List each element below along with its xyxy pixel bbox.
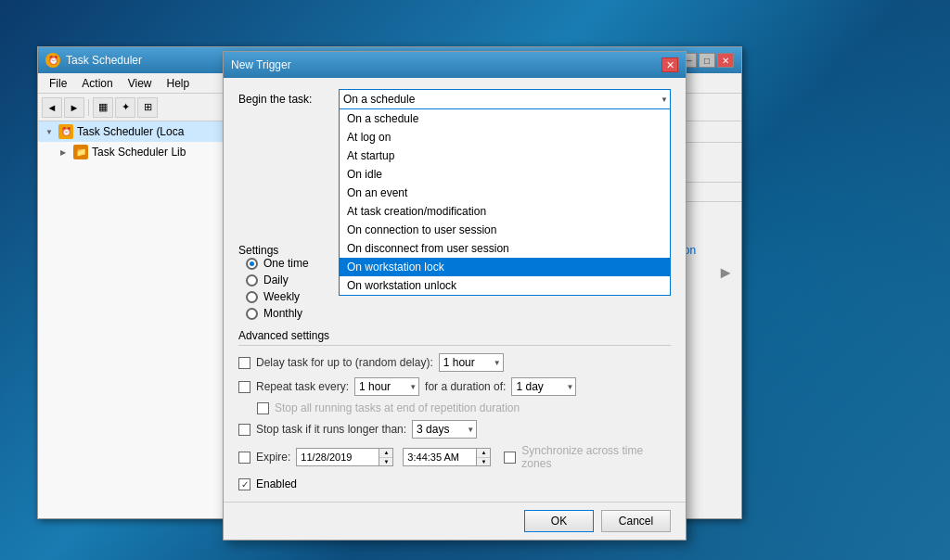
duration-label: for a duration of: bbox=[425, 380, 506, 393]
combo-arrow-icon: ▼ bbox=[661, 95, 668, 104]
dialog-close-button[interactable]: ✕ bbox=[661, 57, 678, 72]
delay-task-label: Delay task for up to (random delay): bbox=[256, 356, 433, 369]
sync-zones-expire-checkbox[interactable] bbox=[504, 452, 516, 464]
begin-task-select[interactable]: On a schedule ▼ bbox=[339, 89, 671, 109]
radio-monthly-input[interactable] bbox=[246, 308, 258, 320]
expire-time-input[interactable]: 3:44:35 AM bbox=[403, 448, 477, 466]
radio-weekly[interactable]: Weekly bbox=[246, 290, 309, 303]
delay-task-row: Delay task for up to (random delay): 1 h… bbox=[238, 353, 671, 372]
dropdown-item-unlock[interactable]: On workstation unlock bbox=[340, 276, 670, 295]
repeat-task-row: Repeat task every: 1 hour ▼ for a durati… bbox=[238, 377, 671, 396]
expire-date-input-group: 11/28/2019 ▲ ▼ bbox=[296, 448, 393, 466]
dropdown-item-lock[interactable]: On workstation lock bbox=[340, 258, 670, 276]
repeat-task-label: Repeat task every: bbox=[256, 380, 349, 393]
expire-row: Expire: 11/28/2019 ▲ ▼ 3:44:35 AM bbox=[238, 444, 671, 470]
begin-task-label: Begin the task: bbox=[238, 93, 331, 106]
stop-runs-value: 3 days bbox=[417, 423, 449, 436]
begin-task-value: On a schedule bbox=[343, 93, 415, 106]
repeat-task-checkbox[interactable] bbox=[238, 381, 250, 393]
radio-daily[interactable]: Daily bbox=[246, 274, 309, 286]
radio-one-time-label: One time bbox=[263, 257, 309, 270]
stop-runs-label: Stop task if it runs longer than: bbox=[256, 423, 406, 436]
radio-one-time[interactable]: One time bbox=[246, 257, 309, 270]
expire-time-down[interactable]: ▼ bbox=[477, 458, 490, 466]
dialog-titlebar: New Trigger ✕ bbox=[224, 52, 686, 78]
expire-date-up[interactable]: ▲ bbox=[379, 449, 392, 458]
dialog-title: New Trigger bbox=[231, 58, 661, 71]
expire-time-input-group: 3:44:35 AM ▲ ▼ bbox=[403, 448, 491, 466]
delay-combo-arrow: ▼ bbox=[494, 359, 501, 367]
stop-runs-arrow: ▼ bbox=[467, 426, 474, 434]
dropdown-item-disconnect[interactable]: On disconnect from user session bbox=[340, 239, 670, 258]
begin-task-combo: On a schedule ▼ On a schedule At log on … bbox=[339, 89, 671, 109]
radio-weekly-input[interactable] bbox=[246, 291, 258, 303]
dropdown-item-creation[interactable]: At task creation/modification bbox=[340, 202, 670, 221]
repeat-task-combo[interactable]: 1 hour ▼ bbox=[354, 377, 419, 396]
radio-daily-label: Daily bbox=[263, 274, 289, 286]
ok-button[interactable]: OK bbox=[524, 510, 594, 532]
radio-weekly-label: Weekly bbox=[263, 290, 300, 303]
repeat-task-value: 1 hour bbox=[359, 380, 391, 393]
delay-task-checkbox[interactable] bbox=[238, 357, 250, 369]
radio-monthly-label: Monthly bbox=[263, 307, 302, 320]
sync-zones-expire-label: Synchronize across time zones bbox=[521, 444, 671, 470]
stop-runs-checkbox[interactable] bbox=[238, 424, 250, 436]
enabled-label: Enabled bbox=[256, 477, 297, 490]
dropdown-item-event[interactable]: On an event bbox=[340, 184, 670, 202]
new-trigger-dialog: New Trigger ✕ Begin the task: On a sched… bbox=[223, 51, 687, 541]
begin-task-row: Begin the task: On a schedule ▼ On a sch… bbox=[238, 89, 671, 109]
expire-time-spinners: ▲ ▼ bbox=[477, 448, 491, 466]
dropdown-item-logon[interactable]: At log on bbox=[340, 128, 670, 146]
expire-time-value: 3:44:35 AM bbox=[407, 452, 459, 463]
duration-value: 1 day bbox=[516, 380, 543, 393]
enabled-checkbox[interactable] bbox=[238, 478, 250, 490]
settings-label: Settings bbox=[238, 244, 278, 257]
stop-all-checkbox[interactable] bbox=[257, 402, 269, 414]
expire-date-value: 11/28/2019 bbox=[301, 452, 352, 463]
expire-date-spinners: ▲ ▼ bbox=[379, 448, 393, 466]
stop-all-row: Stop all running tasks at end of repetit… bbox=[257, 401, 671, 414]
dialog-footer: OK Cancel bbox=[224, 502, 686, 540]
dialog-body: Begin the task: On a schedule ▼ On a sch… bbox=[224, 78, 686, 502]
expire-date-input[interactable]: 11/28/2019 bbox=[296, 448, 379, 466]
radio-group: One time Daily Weekly bbox=[246, 257, 309, 320]
stop-runs-combo[interactable]: 3 days ▼ bbox=[412, 420, 477, 439]
expire-label: Expire: bbox=[256, 451, 290, 464]
expire-checkbox[interactable] bbox=[238, 452, 250, 464]
advanced-settings-section: Advanced settings Delay task for up to (… bbox=[238, 329, 671, 490]
delay-task-combo[interactable]: 1 hour ▼ bbox=[439, 353, 504, 372]
duration-combo-arrow: ▼ bbox=[567, 383, 574, 391]
dropdown-item-schedule[interactable]: On a schedule bbox=[340, 109, 670, 128]
dropdown-item-connect[interactable]: On connection to user session bbox=[340, 221, 670, 239]
expire-date-down[interactable]: ▼ bbox=[379, 458, 392, 466]
radio-one-time-input[interactable] bbox=[246, 258, 258, 270]
dialog-overlay: New Trigger ✕ Begin the task: On a sched… bbox=[0, 0, 950, 560]
advanced-header: Advanced settings bbox=[238, 329, 671, 346]
radio-daily-input[interactable] bbox=[246, 274, 258, 286]
stop-all-label: Stop all running tasks at end of repetit… bbox=[275, 401, 520, 414]
duration-combo[interactable]: 1 day ▼ bbox=[511, 377, 576, 396]
radio-monthly[interactable]: Monthly bbox=[246, 307, 309, 320]
enabled-row: Enabled bbox=[238, 477, 671, 490]
cancel-button[interactable]: Cancel bbox=[601, 510, 671, 532]
repeat-combo-arrow: ▼ bbox=[409, 383, 417, 391]
delay-task-value: 1 hour bbox=[443, 356, 475, 369]
begin-task-dropdown[interactable]: On a schedule At log on At startup On id… bbox=[339, 109, 671, 296]
dropdown-item-idle[interactable]: On idle bbox=[340, 165, 670, 184]
expire-time-up[interactable]: ▲ bbox=[477, 449, 490, 458]
stop-if-runs-row: Stop task if it runs longer than: 3 days… bbox=[238, 420, 671, 439]
dropdown-item-startup[interactable]: At startup bbox=[340, 146, 670, 165]
